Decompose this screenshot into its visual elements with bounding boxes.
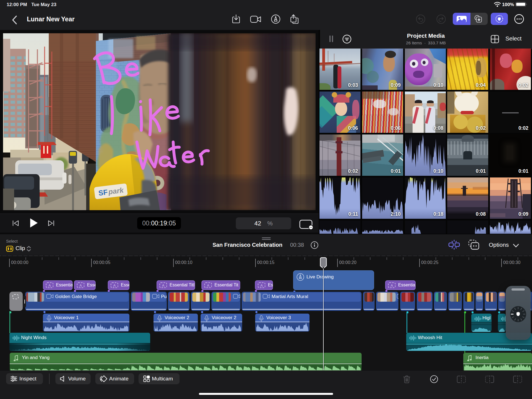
svg-text:A: A	[162, 283, 165, 288]
svg-text:A: A	[80, 283, 82, 288]
svg-text:A: A	[391, 283, 393, 288]
svg-text:A: A	[48, 283, 51, 288]
svg-text:A: A	[260, 283, 263, 288]
svg-text:A: A	[207, 283, 209, 288]
svg-text:SF: SF	[98, 188, 108, 197]
svg-text:A: A	[113, 283, 116, 288]
